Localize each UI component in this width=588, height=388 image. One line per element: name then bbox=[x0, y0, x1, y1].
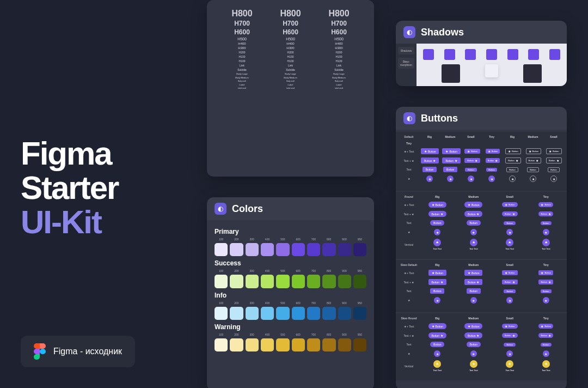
color-swatch[interactable] bbox=[322, 243, 335, 256]
icon-button[interactable]: ★ bbox=[543, 350, 549, 357]
ui-button[interactable]: Button bbox=[467, 288, 481, 294]
color-swatch[interactable] bbox=[353, 275, 366, 288]
ui-button[interactable]: ★Button bbox=[538, 202, 553, 207]
color-swatch[interactable] bbox=[215, 243, 228, 256]
ui-button[interactable]: Button bbox=[430, 342, 444, 347]
icon-button[interactable]: ★ bbox=[447, 175, 454, 182]
ui-button[interactable]: ★Button bbox=[502, 324, 518, 329]
color-swatch[interactable] bbox=[292, 243, 305, 256]
ui-button[interactable]: Button★ bbox=[538, 333, 553, 338]
ui-button[interactable]: ★Button bbox=[546, 148, 562, 154]
ui-button[interactable]: Button bbox=[422, 167, 437, 172]
ui-button[interactable]: Button bbox=[527, 167, 539, 172]
color-swatch[interactable] bbox=[246, 338, 259, 351]
ui-button[interactable]: ★Button bbox=[428, 323, 446, 329]
ui-button[interactable]: ★Button bbox=[538, 270, 553, 275]
ui-button[interactable]: Button bbox=[467, 342, 481, 347]
figma-source-button[interactable]: Figma - исходник bbox=[21, 336, 135, 367]
vertical-button[interactable]: ★ bbox=[506, 360, 513, 368]
ui-button[interactable]: Button★ bbox=[428, 279, 446, 285]
color-swatch[interactable] bbox=[261, 243, 274, 256]
color-swatch[interactable] bbox=[215, 338, 228, 351]
icon-button[interactable]: ★ bbox=[434, 297, 440, 304]
ui-button[interactable]: Button★ bbox=[464, 211, 482, 217]
color-swatch[interactable] bbox=[322, 275, 335, 288]
ui-button[interactable]: Button bbox=[465, 168, 477, 172]
ui-button[interactable]: Button bbox=[504, 289, 516, 293]
ui-button[interactable]: ★Button bbox=[486, 149, 500, 154]
icon-button[interactable]: ★ bbox=[470, 297, 477, 304]
ui-button[interactable]: Button★ bbox=[421, 157, 439, 163]
ui-button[interactable]: ★Button bbox=[464, 270, 482, 276]
ui-button[interactable]: Button★ bbox=[442, 157, 460, 163]
color-swatch[interactable] bbox=[246, 307, 259, 320]
ui-button[interactable]: Button bbox=[541, 343, 552, 347]
ui-button[interactable]: Button★ bbox=[428, 332, 446, 338]
ui-button[interactable]: Button★ bbox=[502, 280, 518, 284]
ui-button[interactable]: Button★ bbox=[526, 157, 542, 163]
ui-button[interactable]: Button★ bbox=[502, 211, 518, 216]
ui-button[interactable]: Button bbox=[430, 220, 444, 226]
ui-button[interactable]: Button bbox=[443, 167, 457, 172]
ui-button[interactable]: ★Button bbox=[538, 324, 553, 329]
ui-button[interactable]: Button bbox=[467, 220, 481, 226]
icon-button[interactable]: ★ bbox=[488, 175, 495, 182]
icon-button[interactable]: ★ bbox=[434, 229, 440, 235]
icon-button[interactable]: ★ bbox=[426, 175, 433, 182]
ui-button[interactable]: Button★ bbox=[505, 157, 521, 163]
color-swatch[interactable] bbox=[338, 275, 351, 288]
ui-button[interactable]: Button bbox=[548, 167, 560, 172]
color-swatch[interactable] bbox=[276, 243, 289, 256]
color-swatch[interactable] bbox=[307, 243, 320, 256]
ui-button[interactable]: Button★ bbox=[538, 211, 553, 216]
ui-button[interactable]: ★Button bbox=[526, 148, 542, 154]
color-swatch[interactable] bbox=[353, 243, 366, 256]
ui-button[interactable]: ★Button bbox=[442, 148, 460, 154]
ui-button[interactable]: Button bbox=[506, 167, 518, 172]
color-swatch[interactable] bbox=[322, 307, 335, 320]
ui-button[interactable]: Button★ bbox=[502, 333, 518, 338]
color-swatch[interactable] bbox=[246, 243, 259, 256]
icon-button[interactable]: ★ bbox=[543, 297, 549, 304]
color-swatch[interactable] bbox=[353, 338, 366, 351]
ui-button[interactable]: Button bbox=[541, 289, 552, 293]
color-swatch[interactable] bbox=[292, 307, 305, 320]
ui-button[interactable]: ★Button bbox=[464, 323, 482, 329]
vertical-button[interactable]: ★ bbox=[470, 360, 477, 368]
shadows-tab[interactable]: Shadows bbox=[398, 47, 414, 54]
color-swatch[interactable] bbox=[261, 307, 274, 320]
color-swatch[interactable] bbox=[215, 307, 228, 320]
ui-button[interactable]: ★Button bbox=[464, 202, 482, 208]
vertical-button[interactable]: ★ bbox=[433, 360, 441, 368]
color-swatch[interactable] bbox=[292, 275, 305, 288]
vertical-button[interactable]: ★ bbox=[433, 239, 441, 246]
icon-button[interactable]: ★ bbox=[506, 350, 513, 357]
vertical-button[interactable]: ★ bbox=[506, 239, 513, 246]
ui-button[interactable]: ★Button bbox=[464, 149, 480, 154]
color-swatch[interactable] bbox=[261, 338, 274, 351]
ui-button[interactable]: Button bbox=[504, 343, 516, 347]
ui-button[interactable]: Button★ bbox=[486, 158, 500, 163]
color-swatch[interactable] bbox=[230, 307, 243, 320]
color-swatch[interactable] bbox=[261, 275, 274, 288]
color-swatch[interactable] bbox=[276, 307, 289, 320]
ui-button[interactable]: ★Button bbox=[505, 148, 521, 154]
ui-button[interactable]: Button★ bbox=[464, 158, 480, 163]
color-swatch[interactable] bbox=[307, 275, 320, 288]
color-swatch[interactable] bbox=[230, 243, 243, 256]
ui-button[interactable]: Button★ bbox=[428, 211, 446, 217]
color-swatch[interactable] bbox=[276, 275, 289, 288]
ui-button[interactable]: Button★ bbox=[538, 280, 553, 284]
color-swatch[interactable] bbox=[230, 275, 243, 288]
ui-button[interactable]: Button★ bbox=[546, 157, 562, 163]
color-swatch[interactable] bbox=[338, 338, 351, 351]
color-swatch[interactable] bbox=[353, 307, 366, 320]
vertical-button[interactable]: ★ bbox=[542, 360, 550, 368]
icon-button[interactable]: ★ bbox=[470, 229, 477, 235]
color-swatch[interactable] bbox=[338, 243, 351, 256]
ui-button[interactable]: ★Button bbox=[502, 202, 518, 207]
icon-button[interactable]: ★ bbox=[530, 175, 536, 182]
icon-button[interactable]: ★ bbox=[506, 229, 513, 235]
ui-button[interactable]: ★Button bbox=[421, 148, 439, 154]
icon-button[interactable]: ★ bbox=[509, 175, 516, 182]
